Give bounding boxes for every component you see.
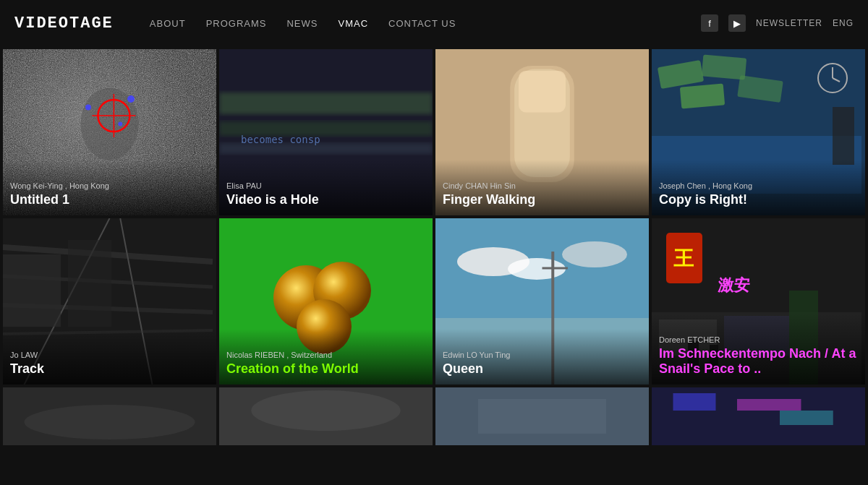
tile-4-overlay: Joseph Chen , Hong Kong Copy is Right! (652, 160, 865, 215)
tile-queen[interactable]: Edwin LO Yun Ting Queen (435, 218, 649, 385)
tile-4-artist: Joseph Chen , Hong Kong (659, 181, 858, 190)
tile-8-artist: Doreen ETCHER (659, 335, 858, 344)
tile-bottom-3[interactable] (435, 387, 649, 445)
tile-bottom-2[interactable] (219, 387, 433, 445)
vimeo-icon[interactable]: ▶ (728, 14, 746, 32)
tile-3-artist: Cindy CHAN Hin Sin (443, 181, 642, 190)
tile-3-overlay: Cindy CHAN Hin Sin Finger Walking (435, 160, 649, 215)
newsletter-link[interactable]: NEWSLETTER (756, 18, 822, 28)
lang-selector[interactable]: ENG (833, 18, 854, 28)
tile-7-overlay: Edwin LO Yun Ting Queen (435, 329, 649, 385)
tile-finger-walking[interactable]: Cindy CHAN Hin Sin Finger Walking (435, 49, 649, 215)
svg-text:becomes consp: becomes consp (241, 134, 320, 145)
tile-7-title: Queen (443, 361, 642, 377)
svg-rect-16 (519, 71, 566, 112)
tile-5-artist: Jo LAW (10, 351, 209, 359)
svg-rect-34 (3, 254, 61, 327)
nav-about[interactable]: ABOUT (150, 18, 186, 29)
svg-rect-63 (478, 399, 606, 434)
video-grid: Wong Kei-Ying , Hong Kong Untitled 1 bec… (0, 46, 868, 448)
tile-copy-is-right[interactable]: Joseph Chen , Hong Kong Copy is Right! (652, 49, 865, 215)
tile-2-title: Video is a Hole (226, 192, 425, 208)
tile-6-title: Creation of the World (226, 361, 425, 377)
nav-programs[interactable]: PROGRAMS (206, 18, 267, 29)
svg-point-5 (85, 105, 91, 111)
tile-10-svg (219, 387, 433, 445)
tile-2-artist: Elisa PAU (226, 181, 425, 190)
tile-11-svg (435, 387, 649, 445)
tile-5-overlay: Jo LAW Track (3, 329, 216, 385)
svg-text:王: 王 (673, 247, 694, 270)
tile-creation-world[interactable]: Nicolas RIEBEN , Switzerland Creation of… (219, 218, 433, 385)
tile-3-title: Finger Walking (443, 192, 642, 208)
site-logo[interactable]: VIDEOTAGE (14, 14, 114, 33)
tile-9-art (3, 387, 216, 445)
tile-untitled-1[interactable]: Wong Kei-Ying , Hong Kong Untitled 1 (3, 49, 216, 215)
svg-rect-67 (780, 411, 833, 425)
nav-vmac[interactable]: VMAC (338, 18, 368, 29)
svg-point-6 (127, 95, 135, 103)
svg-rect-20 (680, 83, 725, 108)
tile-bottom-4[interactable] (652, 387, 865, 445)
header-right: f ▶ NEWSLETTER ENG (701, 14, 854, 32)
tile-video-hole[interactable]: becomes consp Elisa PAU Video is a Hole (219, 49, 433, 215)
main-nav: ABOUT PROGRAMS NEWS VMAC CONTACT US (150, 18, 679, 29)
tile-1-artist: Wong Kei-Ying , Hong Kong (10, 181, 209, 190)
tile-12-art (652, 387, 865, 445)
nav-contact[interactable]: CONTACT US (388, 18, 456, 29)
svg-rect-66 (737, 399, 801, 411)
tile-6-artist: Nicolas RIEBEN , Switzerland (226, 351, 425, 359)
tile-snail-pace[interactable]: 王 激安 Doreen ETCHER Im Schneckentempo Nac… (652, 218, 865, 385)
tile-1-overlay: Wong Kei-Ying , Hong Kong Untitled 1 (3, 160, 216, 215)
svg-rect-35 (68, 240, 111, 327)
tile-7-artist: Edwin LO Yun Ting (443, 351, 642, 359)
svg-point-59 (25, 405, 195, 439)
nav-news[interactable]: NEWS (286, 18, 318, 29)
tile-2-overlay: Elisa PAU Video is a Hole (219, 160, 433, 215)
tile-11-art (435, 387, 649, 445)
svg-point-61 (251, 390, 401, 431)
svg-point-43 (562, 241, 627, 267)
svg-rect-26 (833, 107, 854, 165)
svg-rect-65 (673, 393, 716, 411)
tile-12-svg (652, 387, 865, 445)
tile-8-title: Im Schneckentempo Nach / At a Snail's Pa… (659, 346, 858, 377)
svg-point-7 (118, 122, 122, 126)
svg-text:激安: 激安 (718, 276, 751, 294)
tile-9-svg (3, 387, 216, 445)
site-header: VIDEOTAGE ABOUT PROGRAMS NEWS VMAC CONTA… (0, 0, 868, 46)
tile-5-title: Track (10, 361, 209, 377)
tile-8-overlay: Doreen ETCHER Im Schneckentempo Nach / A… (652, 314, 865, 385)
tile-6-overlay: Nicolas RIEBEN , Switzerland Creation of… (219, 329, 433, 385)
tile-bottom-1[interactable] (3, 387, 216, 445)
tile-1-title: Untitled 1 (10, 192, 209, 208)
tile-4-title: Copy is Right! (659, 192, 858, 208)
facebook-icon[interactable]: f (701, 14, 718, 32)
svg-rect-9 (219, 93, 433, 114)
svg-rect-19 (702, 54, 746, 80)
tile-track[interactable]: Jo LAW Track (3, 218, 216, 385)
tile-10-art (219, 387, 433, 445)
